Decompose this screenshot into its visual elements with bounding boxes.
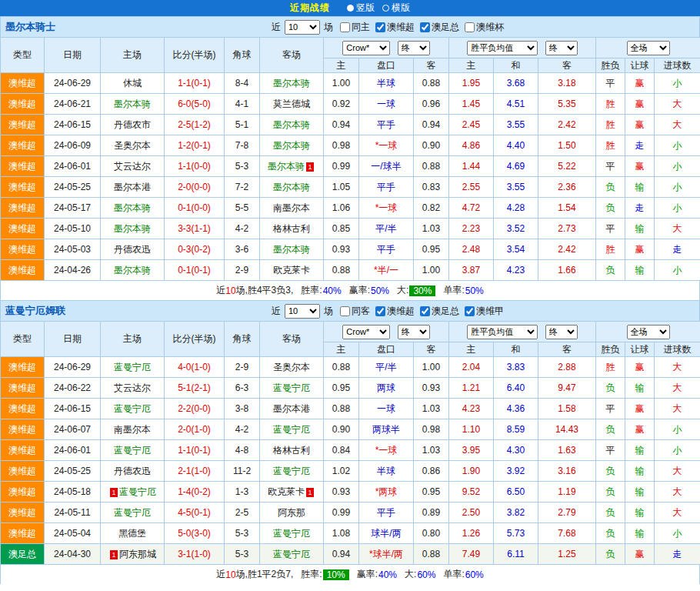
- league-cell[interactable]: 澳维超: [1, 239, 45, 260]
- team-link[interactable]: 蓝曼宁厄: [119, 486, 156, 497]
- checkbox-input[interactable]: [375, 306, 385, 316]
- team-link[interactable]: 丹德农迅: [114, 244, 151, 255]
- league-filter-checkbox[interactable]: 澳维杯: [459, 21, 504, 34]
- date-cell: 24-05-11: [45, 503, 101, 523]
- team-link[interactable]: 蓝曼宁厄: [273, 382, 310, 393]
- team-link[interactable]: 墨尔本骑: [114, 265, 151, 275]
- odds-stage-select[interactable]: 终: [398, 41, 430, 55]
- league-filter-checkbox[interactable]: 同客: [335, 305, 370, 318]
- league-cell[interactable]: 澳维超: [1, 219, 45, 239]
- recent-count-select[interactable]: 10: [285, 20, 320, 35]
- team-name[interactable]: 墨尔本骑士: [1, 20, 55, 34]
- league-cell[interactable]: 澳维超: [1, 115, 45, 135]
- team-link[interactable]: 艾云达尔: [114, 161, 151, 172]
- wdl-stage-select[interactable]: 终: [545, 325, 578, 339]
- team-link[interactable]: 墨尔本骑: [114, 223, 151, 234]
- goals-result-cell: 大: [655, 219, 700, 239]
- team-link[interactable]: 墨尔本港: [114, 182, 151, 192]
- recent-count-select[interactable]: 10: [285, 304, 320, 319]
- team-link[interactable]: 圣奥尔本: [273, 362, 310, 372]
- team-link[interactable]: 蓝曼宁厄: [273, 424, 310, 435]
- team-link[interactable]: 阿东那: [278, 507, 305, 518]
- layout-radio-horizontal[interactable]: 横版: [382, 2, 410, 15]
- checkbox-input[interactable]: [375, 22, 385, 32]
- home-team-cell: 丹德农迅: [101, 461, 165, 482]
- team-link[interactable]: 蓝曼宁厄: [273, 466, 310, 476]
- checkbox-input[interactable]: [340, 22, 350, 32]
- team-link[interactable]: 欧克莱卡: [273, 265, 310, 275]
- league-cell[interactable]: 澳维超: [1, 440, 45, 461]
- league-cell[interactable]: 澳维超: [1, 73, 45, 94]
- team-link[interactable]: 欧克莱卡: [268, 486, 305, 497]
- league-cell[interactable]: 澳维超: [1, 198, 45, 219]
- team-name[interactable]: 蓝曼宁厄姆联: [1, 304, 65, 318]
- team-link[interactable]: 艾云达尔: [114, 382, 151, 393]
- team-link[interactable]: 蓝曼宁厄: [273, 549, 310, 559]
- team-link[interactable]: 圣奥尔本: [114, 140, 151, 151]
- league-cell[interactable]: 澳维超: [1, 135, 45, 156]
- date-cell: 24-05-17: [45, 198, 101, 219]
- team-link[interactable]: 墨尔本骑: [273, 182, 310, 192]
- checkbox-input[interactable]: [465, 22, 475, 32]
- wdl-average-select[interactable]: 胜平负均值: [467, 325, 538, 339]
- league-filter-checkbox[interactable]: 澳维甲: [459, 305, 504, 318]
- checkbox-input[interactable]: [420, 22, 430, 32]
- team-link[interactable]: 黑德堡: [118, 528, 146, 539]
- odds-company-select[interactable]: Crow*: [342, 325, 390, 339]
- league-cell[interactable]: 澳足总: [1, 544, 45, 565]
- team-link[interactable]: 墨尔本骑: [114, 98, 151, 109]
- team-link[interactable]: 墨尔本骑: [273, 140, 310, 151]
- sub-handicap: 盘口: [359, 342, 414, 357]
- team-link[interactable]: 墨尔本骑: [268, 161, 305, 172]
- team-link[interactable]: 蓝曼宁厄: [114, 445, 151, 456]
- wdl-stage-select[interactable]: 终: [545, 41, 578, 55]
- team-link[interactable]: 蓝曼宁厄: [114, 362, 151, 372]
- league-filter-checkbox[interactable]: 澳足总: [415, 21, 459, 34]
- league-cell[interactable]: 澳维超: [1, 177, 45, 198]
- league-cell[interactable]: 澳维超: [1, 357, 45, 378]
- red-card-badge: 1: [110, 550, 118, 559]
- odds-stage-select[interactable]: 终: [398, 325, 430, 339]
- league-filter-checkbox[interactable]: 澳维超: [370, 305, 415, 318]
- league-filter-checkbox[interactable]: 澳足总: [415, 305, 459, 318]
- wdl-average-select[interactable]: 胜平负均值: [467, 41, 538, 55]
- league-cell[interactable]: 澳维超: [1, 378, 45, 399]
- league-cell[interactable]: 澳维超: [1, 94, 45, 115]
- team-link[interactable]: 莫兰德城: [273, 98, 310, 109]
- team-link[interactable]: 南墨尔本: [273, 202, 310, 213]
- team-link[interactable]: 墨尔本骑: [273, 119, 310, 130]
- odds-company-select[interactable]: Crow*: [342, 41, 390, 55]
- league-cell[interactable]: 澳维超: [1, 523, 45, 544]
- league-cell[interactable]: 澳维超: [1, 461, 45, 482]
- league-cell[interactable]: 澳维超: [1, 503, 45, 523]
- layout-radio-vertical[interactable]: 竖版: [347, 2, 375, 15]
- team-link[interactable]: 格林古利: [273, 445, 310, 456]
- team-link[interactable]: 墨尔本骑: [273, 244, 310, 255]
- league-cell[interactable]: 澳维超: [1, 419, 45, 440]
- team-link[interactable]: 墨尔本骑: [273, 78, 310, 88]
- league-cell[interactable]: 澳维超: [1, 156, 45, 177]
- team-link[interactable]: 蓝曼宁厄: [114, 403, 151, 414]
- scope-select[interactable]: 全场: [627, 41, 670, 55]
- league-filter-checkbox[interactable]: 同主: [335, 21, 370, 34]
- team-link[interactable]: 丹德农市: [114, 119, 151, 130]
- checkbox-input[interactable]: [340, 306, 350, 316]
- checkbox-input[interactable]: [420, 306, 430, 316]
- team-link[interactable]: 南墨尔本: [114, 424, 151, 435]
- team-link[interactable]: 墨尔本骑: [114, 202, 151, 213]
- team-link[interactable]: 丹德农迅: [114, 466, 151, 476]
- league-cell[interactable]: 澳维超: [1, 260, 45, 281]
- team-link[interactable]: 格林古利: [273, 223, 310, 234]
- league-cell[interactable]: 澳维超: [1, 482, 45, 503]
- team-link[interactable]: 墨尔本港: [273, 403, 310, 414]
- home-odds-cell: 0.88: [324, 260, 359, 281]
- stat-value: 40%: [378, 569, 397, 580]
- team-link[interactable]: 蓝曼宁厄: [273, 528, 310, 539]
- league-filter-checkbox[interactable]: 澳维超: [370, 21, 415, 34]
- team-link[interactable]: 阿东那城: [119, 549, 156, 559]
- scope-select[interactable]: 全场: [627, 325, 670, 339]
- team-link[interactable]: 蓝曼宁厄: [114, 507, 151, 518]
- checkbox-input[interactable]: [465, 306, 475, 316]
- team-link[interactable]: 休城: [123, 78, 142, 88]
- league-cell[interactable]: 澳维超: [1, 399, 45, 419]
